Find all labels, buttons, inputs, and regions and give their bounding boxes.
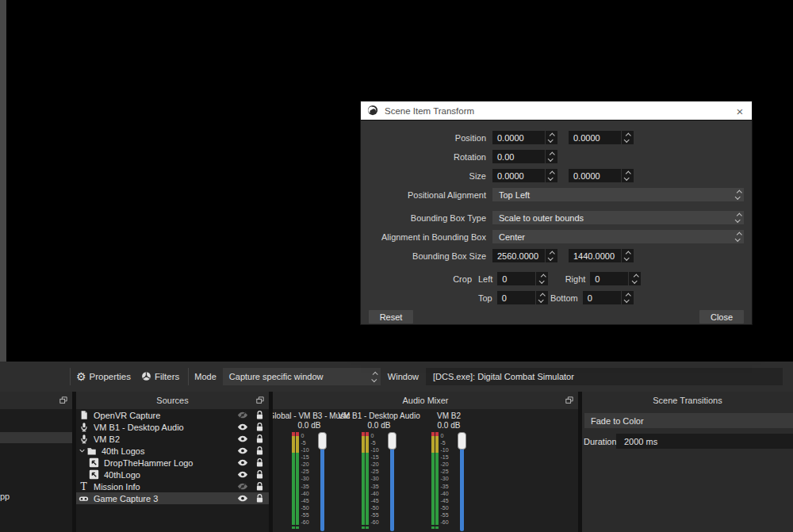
audio-mixer-header[interactable]: Audio Mixer [273,392,578,409]
source-row-openvr-capture[interactable]: OpenVR Capture [76,409,269,421]
chevron-down-icon[interactable] [79,447,86,454]
size-label: Size [361,171,486,181]
mixer-channel-volume: 0.0 dB [368,421,391,431]
positional-alignment-select[interactable]: Top Left [492,188,744,201]
position-x-input[interactable]: 0.0000 [492,131,557,144]
dock-popout-icon[interactable] [59,396,67,406]
lock-icon[interactable] [255,434,264,444]
crop-right-input[interactable]: 0 [590,272,641,285]
scenes-panel-header[interactable] [0,392,72,409]
lock-icon[interactable] [255,422,264,432]
dock-popout-icon[interactable] [565,396,573,406]
duration-input[interactable]: 2000 ms [616,434,793,449]
window-value: [DCS.exe]: Digital Combat Simulator [426,372,574,381]
mode-label: Mode [194,372,216,381]
lock-icon[interactable] [255,446,264,456]
mixer-channel-volume: 0.0 dB [438,421,461,431]
spinner-icon[interactable] [629,272,641,285]
spinner-icon[interactable] [546,131,557,144]
crop-left-input[interactable]: 0 [497,272,548,285]
reset-button[interactable]: Reset [369,310,413,323]
rotation-input[interactable]: 0.00 [492,150,557,163]
transition-value: Fade to Color [584,416,660,426]
scene-row-selected[interactable] [0,432,72,443]
meter-scale: 0-5-10-15-20-25-30-35-40-45-50-55-60 [371,433,382,525]
eye-icon[interactable] [237,446,248,455]
size-y-input[interactable]: 0.0000 [569,169,634,182]
alignment-in-bounding-box-label: Alignment in Bounding Box [361,232,486,242]
toolbar-separator [70,368,71,385]
chevron-updown-icon [730,188,741,201]
lock-icon[interactable] [255,469,264,480]
source-row-vm-b2[interactable]: VM B2 [76,433,269,445]
eye-icon[interactable] [237,470,248,479]
spinner-icon[interactable] [546,169,557,182]
window-select[interactable]: [DCS.exe]: Digital Combat Simulator [426,368,783,385]
bounding-box-type-select[interactable]: Scale to outer bounds [492,211,744,224]
source-row-vm-b1-desktop-audio[interactable]: VM B1 - Desktop Audio [76,421,269,433]
eye-icon[interactable] [237,434,248,443]
mixer-channel-global-vm-b3-music: Global - VM B3 - Music0.0 dB0-5-10-15-20… [274,411,344,532]
bounding-box-size-label: Bounding Box Size [361,251,486,261]
properties-button[interactable]: ⚙ Properties [76,371,131,382]
source-row-dropthehammer-logo[interactable]: DropTheHammer Logo [76,457,269,469]
source-name: DropTheHammer Logo [104,458,234,468]
filter-icon [141,371,151,383]
mode-select[interactable]: Capture specific window [223,368,381,385]
image-source-icon [89,469,99,480]
lock-icon[interactable] [255,457,264,468]
volume-slider-handle[interactable] [318,432,327,450]
spinner-icon[interactable] [622,131,634,144]
spinner-icon[interactable] [536,272,548,285]
filters-button[interactable]: Filters [141,371,179,383]
bounding-box-height-input[interactable]: 1440.0000 [569,249,634,262]
crop-bottom-input[interactable]: 0 [583,291,634,304]
gear-icon: ⚙ [76,371,86,382]
eye-off-icon[interactable] [237,411,248,419]
obs-logo-icon [367,105,378,117]
spinner-icon[interactable] [622,249,634,262]
volume-slider[interactable] [457,432,467,531]
chevron-updown-icon [730,230,741,243]
alignment-in-bounding-box-select[interactable]: Center [492,230,744,243]
scene-transitions-header[interactable]: Scene Transitions [582,392,793,409]
source-row-40thlogo[interactable]: 40thLogo [76,469,269,480]
source-row-40th-logos[interactable]: 40th Logos [76,445,269,457]
text-source-icon: T [79,481,89,492]
spinner-icon[interactable] [536,291,548,304]
spinner-icon[interactable] [546,150,557,163]
eye-off-icon[interactable] [237,482,248,491]
dock-popout-icon[interactable] [256,396,264,406]
spinner-icon[interactable] [546,249,557,262]
lock-icon[interactable] [255,481,264,492]
spinner-icon[interactable] [622,169,634,182]
lock-icon[interactable] [255,410,264,420]
bounding-box-width-input[interactable]: 2560.0000 [492,249,557,262]
source-name: Game Capture 3 [94,494,234,503]
size-x-input[interactable]: 0.0000 [492,169,557,182]
sources-panel-header[interactable]: Sources [76,392,269,409]
transition-select[interactable]: Fade to Color [584,413,793,428]
volume-slider-handle[interactable] [388,432,396,450]
spinner-icon[interactable] [622,291,634,304]
crop-right-label: Right [557,274,585,284]
scene-row[interactable]: pp [0,492,10,501]
volume-slider[interactable] [387,432,397,531]
eye-icon[interactable] [237,458,248,467]
eye-icon[interactable] [237,494,248,503]
source-row-game-capture-3[interactable]: Game Capture 3 [76,492,269,504]
volume-slider-handle[interactable] [458,432,466,450]
scenes-panel: pp [0,392,72,532]
dialog-titlebar[interactable]: Scene Item Transform × [361,101,752,121]
filters-label: Filters [155,372,179,381]
crop-top-input[interactable]: 0 [497,291,548,304]
close-button[interactable]: Close [699,310,744,323]
source-row-mission-info[interactable]: TMission Info [76,480,269,492]
position-y-input[interactable]: 0.0000 [569,131,634,144]
meter-scale: 0-5-10-15-20-25-30-35-40-45-50-55-60 [441,433,452,525]
eye-icon[interactable] [237,423,248,431]
lock-icon[interactable] [255,493,264,503]
volume-slider[interactable] [317,432,328,531]
close-icon[interactable]: × [728,101,752,121]
dialog-title: Scene Item Transform [385,106,474,116]
